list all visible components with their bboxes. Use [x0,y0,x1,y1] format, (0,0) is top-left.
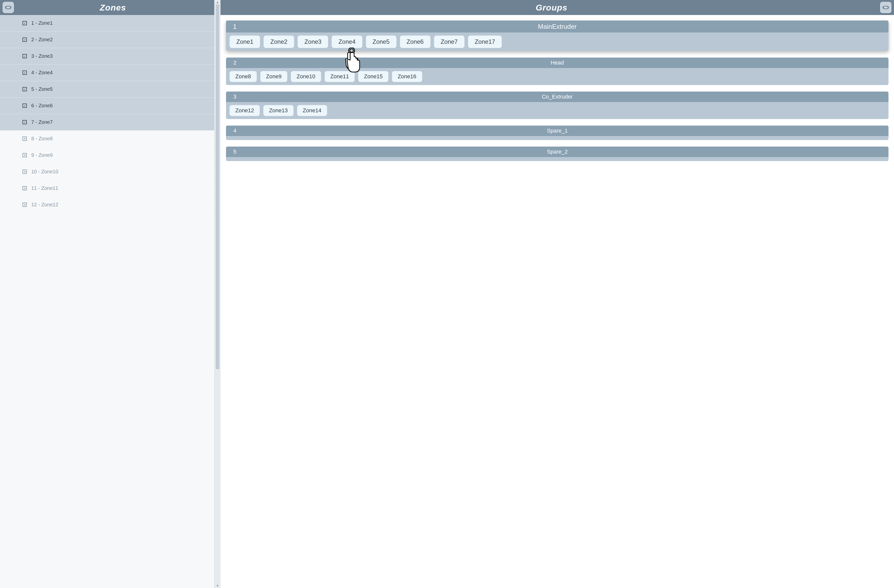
zone-row-label: 11 - Zone11 [31,185,58,191]
checkbox-checked-icon[interactable] [23,87,27,91]
group-number: 3 [226,93,243,100]
group-number: 4 [226,128,243,134]
group-number: 2 [226,60,243,66]
scroll-thumb[interactable] [216,5,219,369]
zones-header: Zones [0,0,214,15]
zone-row-label: 4 - Zone4 [31,70,53,75]
zone-row[interactable]: 4 - Zone4 [0,65,214,81]
svg-rect-0 [6,6,11,9]
group-name: MainExtruder [243,23,888,30]
groups-panel: Groups 1MainExtruderZone1Zone2Zone3Zone4… [220,0,894,588]
checkbox-checked-icon[interactable] [23,104,27,108]
group-card[interactable]: 1MainExtruderZone1Zone2Zone3Zone4Zone5Zo… [226,21,888,51]
svg-rect-5 [883,6,888,9]
zone-chip[interactable]: Zone14 [297,105,328,116]
zones-panel: Zones 1 - Zone12 - Zone23 - Zone34 - Zon… [0,0,214,588]
group-zone-list [226,157,888,161]
zone-chip[interactable]: Zone4 [332,36,362,48]
zone-chip[interactable]: Zone8 [230,71,257,82]
zone-chip[interactable]: Zone5 [366,36,396,48]
group-card[interactable]: 3Co_ExtruderZone12Zone13Zone14 [226,92,888,119]
zone-row-label: 9 - Zone9 [31,152,53,158]
scroll-up-arrow[interactable]: ▲ [214,0,220,5]
zone-chip[interactable]: Zone12 [230,105,260,116]
zone-row-label: 3 - Zone3 [31,53,53,59]
zone-chip[interactable]: Zone11 [325,71,355,82]
zone-device-left-button[interactable] [3,2,14,13]
checkbox-checked-icon[interactable] [23,120,27,124]
zone-row[interactable]: 12 - Zone12 [0,197,214,213]
zone-row-label: 1 - Zone1 [31,20,53,26]
group-name: Spare_1 [243,128,888,134]
group-zone-list: Zone8Zone9Zone10Zone11Zone15Zone16 [226,68,888,85]
device-icon [882,5,889,10]
group-header[interactable]: 2Head [226,57,888,68]
zone-row-label: 7 - Zone7 [31,119,53,125]
group-header[interactable]: 3Co_Extruder [226,92,888,102]
checkbox-checked-icon[interactable] [23,54,27,58]
zone-chip[interactable]: Zone2 [264,36,294,48]
zone-chip[interactable]: Zone13 [263,105,294,116]
checkbox-unchecked-icon[interactable] [23,137,27,141]
groups-body: 1MainExtruderZone1Zone2Zone3Zone4Zone5Zo… [220,15,894,588]
group-card[interactable]: 2HeadZone8Zone9Zone10Zone11Zone15Zone16 [226,57,888,85]
zone-row-label: 2 - Zone2 [31,37,53,42]
group-card[interactable]: 4Spare_1 [226,125,888,140]
group-header[interactable]: 1MainExtruder [226,21,888,33]
group-name: Spare_2 [243,149,888,155]
zone-row-label: 8 - Zone8 [31,136,53,142]
zone-chip[interactable]: Zone16 [392,71,422,82]
groups-title: Groups [536,3,567,12]
zones-list[interactable]: 1 - Zone12 - Zone23 - Zone34 - Zone45 - … [0,15,214,588]
zone-chip[interactable]: Zone9 [260,71,287,82]
group-number: 5 [226,149,243,155]
checkbox-checked-icon[interactable] [23,21,27,25]
zone-row[interactable]: 11 - Zone11 [0,180,214,197]
group-header[interactable]: 4Spare_1 [226,125,888,136]
zone-chip[interactable]: Zone1 [230,36,260,48]
checkbox-checked-icon[interactable] [23,38,27,42]
zone-chip[interactable]: Zone6 [400,36,430,48]
device-icon [5,5,12,10]
group-card[interactable]: 5Spare_2 [226,146,888,161]
scroll-down-arrow[interactable]: ▼ [214,583,220,588]
zone-row[interactable]: 2 - Zone2 [0,32,214,48]
zone-row-label: 5 - Zone5 [31,86,53,92]
group-device-right-button[interactable] [880,2,891,13]
zone-chip[interactable]: Zone15 [358,71,388,82]
group-name: Co_Extruder [243,93,888,100]
zone-chip[interactable]: Zone3 [297,36,328,48]
checkbox-unchecked-icon[interactable] [23,153,27,157]
group-header[interactable]: 5Spare_2 [226,146,888,157]
zones-scrollbar[interactable]: ▲ ▼ [214,0,220,588]
group-zone-list [226,136,888,140]
zone-row-label: 12 - Zone12 [31,202,58,208]
checkbox-unchecked-icon[interactable] [23,170,27,174]
zones-title: Zones [14,3,212,12]
zone-row[interactable]: 8 - Zone8 [0,131,214,147]
groups-header: Groups [220,0,894,15]
zone-row[interactable]: 7 - Zone7 [0,114,214,131]
checkbox-unchecked-icon[interactable] [23,186,27,190]
zone-chip[interactable]: Zone7 [434,36,465,48]
zone-row[interactable]: 10 - Zone10 [0,164,214,180]
zone-chip[interactable]: Zone10 [291,71,321,82]
zone-row-label: 10 - Zone10 [31,169,58,175]
group-name: Head [243,60,888,66]
zone-row[interactable]: 9 - Zone9 [0,147,214,164]
zone-row-label: 6 - Zone6 [31,103,53,109]
group-number: 1 [226,23,243,30]
group-zone-list: Zone12Zone13Zone14 [226,102,888,119]
group-zone-list: Zone1Zone2Zone3Zone4Zone5Zone6Zone7Zone1… [226,33,888,51]
zone-row[interactable]: 1 - Zone1 [0,15,214,32]
checkbox-checked-icon[interactable] [23,71,27,75]
zone-row[interactable]: 5 - Zone5 [0,81,214,98]
zone-row[interactable]: 3 - Zone3 [0,48,214,65]
zone-row[interactable]: 6 - Zone6 [0,98,214,114]
zone-chip[interactable]: Zone17 [468,36,502,48]
checkbox-unchecked-icon[interactable] [23,203,27,207]
